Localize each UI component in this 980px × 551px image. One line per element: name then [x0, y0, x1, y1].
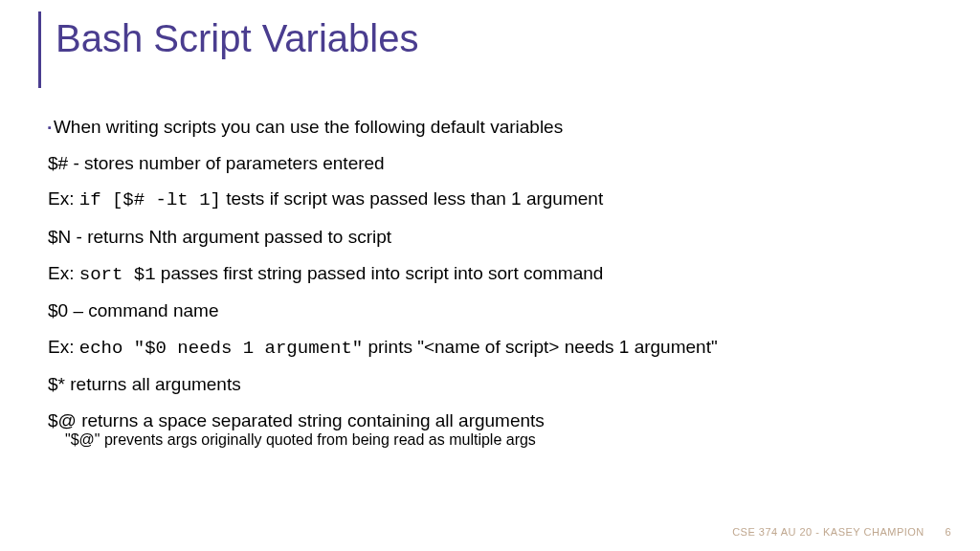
ex-hash: Ex: if [$# -lt 1] tests if script was pa…: [48, 187, 942, 213]
ex-desc: tests if script was passed less than 1 a…: [221, 188, 603, 209]
ex-prefix: Ex:: [48, 188, 79, 209]
ex-code: if [$# -lt 1]: [79, 189, 221, 210]
var-at-sub: "$@" prevents args originally quoted fro…: [65, 431, 942, 449]
ex-prefix: Ex:: [48, 337, 79, 357]
var-n: $N - returns Nth argument passed to scri…: [48, 225, 942, 250]
ex-code: echo "$0 needs 1 argument": [79, 338, 363, 359]
ex-code: sort $1: [79, 264, 156, 285]
var-hash: $# - stores number of parameters entered: [48, 151, 942, 176]
ex-prefix: Ex:: [48, 263, 79, 283]
slide-title: Bash Script Variables: [56, 17, 418, 60]
ex-desc: prints "<name of script> needs 1 argumen…: [363, 337, 717, 357]
ex-n: Ex: sort $1 passes first string passed i…: [48, 261, 942, 288]
page-number: 6: [945, 526, 951, 538]
slide-footer: CSE 374 AU 20 - KASEY CHAMPION 6: [732, 526, 951, 538]
var-zero: $0 – command name: [48, 298, 942, 323]
var-at: $@ returns a space separated string cont…: [48, 408, 942, 433]
slide-content: When writing scripts you can use the fol…: [48, 115, 942, 458]
title-accent-bar: [38, 11, 41, 88]
ex-zero: Ex: echo "$0 needs 1 argument" prints "<…: [48, 335, 942, 362]
var-star: $* returns all arguments: [48, 372, 942, 397]
footer-text: CSE 374 AU 20 - KASEY CHAMPION: [732, 526, 924, 538]
ex-desc: passes first string passed into script i…: [156, 263, 604, 283]
intro-line: When writing scripts you can use the fol…: [48, 115, 942, 140]
